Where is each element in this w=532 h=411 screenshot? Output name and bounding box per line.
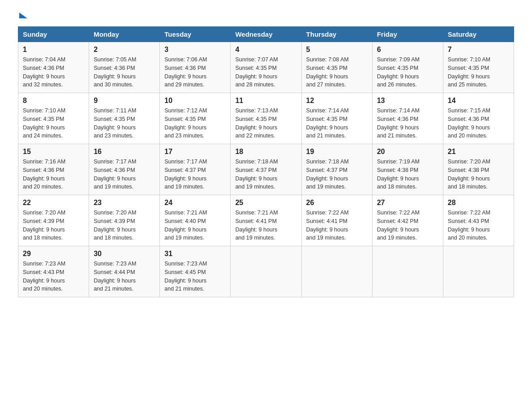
day-number: 10: [164, 97, 226, 105]
day-number: 26: [306, 199, 368, 207]
calendar-cell: 5 Sunrise: 7:08 AMSunset: 4:35 PMDayligh…: [301, 42, 372, 93]
day-info: Sunrise: 7:22 AMSunset: 4:42 PMDaylight:…: [377, 210, 420, 241]
calendar-cell: 9 Sunrise: 7:11 AMSunset: 4:35 PMDayligh…: [89, 93, 160, 144]
calendar-cell: 16 Sunrise: 7:17 AMSunset: 4:36 PMDaylig…: [89, 144, 160, 195]
calendar-cell: 13 Sunrise: 7:14 AMSunset: 4:36 PMDaylig…: [372, 93, 443, 144]
calendar-cell: [231, 246, 301, 297]
calendar-cell: 15 Sunrise: 7:16 AMSunset: 4:36 PMDaylig…: [18, 144, 89, 195]
day-number: 27: [377, 199, 438, 207]
day-number: 1: [23, 46, 84, 54]
calendar-week-row: 1 Sunrise: 7:04 AMSunset: 4:36 PMDayligh…: [18, 42, 514, 93]
day-number: 12: [306, 97, 368, 105]
calendar-cell: 8 Sunrise: 7:10 AMSunset: 4:35 PMDayligh…: [18, 93, 89, 144]
day-number: 30: [94, 250, 155, 258]
day-number: 9: [94, 97, 155, 105]
day-info: Sunrise: 7:07 AMSunset: 4:35 PMDaylight:…: [235, 56, 278, 88]
calendar-cell: 17 Sunrise: 7:17 AMSunset: 4:37 PMDaylig…: [160, 144, 231, 195]
calendar-cell: 6 Sunrise: 7:09 AMSunset: 4:35 PMDayligh…: [372, 42, 443, 93]
calendar-cell: 26 Sunrise: 7:22 AMSunset: 4:41 PMDaylig…: [301, 195, 372, 246]
col-header-saturday: Saturday: [443, 27, 514, 42]
col-header-wednesday: Wednesday: [231, 27, 301, 42]
calendar-cell: 14 Sunrise: 7:15 AMSunset: 4:36 PMDaylig…: [443, 93, 514, 144]
calendar-table: SundayMondayTuesdayWednesdayThursdayFrid…: [18, 26, 514, 297]
day-number: 22: [23, 199, 84, 207]
day-number: 28: [448, 199, 509, 207]
day-number: 21: [448, 148, 509, 156]
day-info: Sunrise: 7:20 AMSunset: 4:38 PMDaylight:…: [448, 158, 490, 190]
calendar-cell: 23 Sunrise: 7:20 AMSunset: 4:39 PMDaylig…: [89, 195, 160, 246]
day-info: Sunrise: 7:14 AMSunset: 4:36 PMDaylight:…: [377, 107, 420, 139]
day-number: 18: [235, 148, 296, 156]
calendar-cell: 21 Sunrise: 7:20 AMSunset: 4:38 PMDaylig…: [443, 144, 514, 195]
day-info: Sunrise: 7:16 AMSunset: 4:36 PMDaylight:…: [23, 158, 65, 190]
day-number: 23: [94, 199, 155, 207]
calendar-header-row: SundayMondayTuesdayWednesdayThursdayFrid…: [18, 27, 514, 42]
day-number: 15: [23, 148, 84, 156]
day-info: Sunrise: 7:22 AMSunset: 4:41 PMDaylight:…: [306, 210, 349, 241]
day-info: Sunrise: 7:20 AMSunset: 4:39 PMDaylight:…: [23, 210, 65, 241]
day-info: Sunrise: 7:23 AMSunset: 4:45 PMDaylight:…: [164, 261, 207, 292]
day-number: 8: [23, 97, 84, 105]
calendar-cell: 12 Sunrise: 7:14 AMSunset: 4:35 PMDaylig…: [301, 93, 372, 144]
calendar-week-row: 29 Sunrise: 7:23 AMSunset: 4:43 PMDaylig…: [18, 246, 514, 297]
day-number: 29: [23, 250, 84, 258]
day-info: Sunrise: 7:23 AMSunset: 4:43 PMDaylight:…: [23, 261, 65, 292]
day-info: Sunrise: 7:09 AMSunset: 4:35 PMDaylight:…: [377, 56, 420, 88]
calendar-cell: [443, 246, 514, 297]
day-info: Sunrise: 7:20 AMSunset: 4:39 PMDaylight:…: [94, 210, 136, 241]
day-number: 6: [377, 46, 438, 54]
calendar-week-row: 22 Sunrise: 7:20 AMSunset: 4:39 PMDaylig…: [18, 195, 514, 246]
day-number: 14: [448, 97, 509, 105]
calendar-cell: 19 Sunrise: 7:18 AMSunset: 4:37 PMDaylig…: [301, 144, 372, 195]
calendar-cell: 20 Sunrise: 7:19 AMSunset: 4:38 PMDaylig…: [372, 144, 443, 195]
calendar-cell: 30 Sunrise: 7:23 AMSunset: 4:44 PMDaylig…: [89, 246, 160, 297]
day-number: 13: [377, 97, 438, 105]
calendar-cell: 31 Sunrise: 7:23 AMSunset: 4:45 PMDaylig…: [160, 246, 231, 297]
day-info: Sunrise: 7:21 AMSunset: 4:41 PMDaylight:…: [235, 210, 278, 241]
calendar-cell: 25 Sunrise: 7:21 AMSunset: 4:41 PMDaylig…: [231, 195, 301, 246]
calendar-cell: 29 Sunrise: 7:23 AMSunset: 4:43 PMDaylig…: [18, 246, 89, 297]
day-info: Sunrise: 7:22 AMSunset: 4:43 PMDaylight:…: [448, 210, 490, 241]
day-info: Sunrise: 7:10 AMSunset: 4:35 PMDaylight:…: [448, 56, 490, 88]
calendar-cell: 10 Sunrise: 7:12 AMSunset: 4:35 PMDaylig…: [160, 93, 231, 144]
day-info: Sunrise: 7:10 AMSunset: 4:35 PMDaylight:…: [23, 107, 65, 139]
day-number: 7: [448, 46, 509, 54]
day-info: Sunrise: 7:04 AMSunset: 4:36 PMDaylight:…: [23, 56, 65, 88]
day-number: 2: [94, 46, 155, 54]
col-header-thursday: Thursday: [301, 27, 372, 42]
day-number: 16: [94, 148, 155, 156]
day-info: Sunrise: 7:12 AMSunset: 4:35 PMDaylight:…: [164, 107, 207, 139]
day-info: Sunrise: 7:19 AMSunset: 4:38 PMDaylight:…: [377, 158, 420, 190]
day-number: 19: [306, 148, 368, 156]
calendar-cell: 18 Sunrise: 7:18 AMSunset: 4:37 PMDaylig…: [231, 144, 301, 195]
calendar-week-row: 8 Sunrise: 7:10 AMSunset: 4:35 PMDayligh…: [18, 93, 514, 144]
day-info: Sunrise: 7:08 AMSunset: 4:35 PMDaylight:…: [306, 56, 349, 88]
calendar-cell: [301, 246, 372, 297]
calendar-cell: [372, 246, 443, 297]
day-info: Sunrise: 7:15 AMSunset: 4:36 PMDaylight:…: [448, 107, 490, 139]
calendar-cell: 28 Sunrise: 7:22 AMSunset: 4:43 PMDaylig…: [443, 195, 514, 246]
day-info: Sunrise: 7:05 AMSunset: 4:36 PMDaylight:…: [94, 56, 136, 88]
calendar-cell: 4 Sunrise: 7:07 AMSunset: 4:35 PMDayligh…: [231, 42, 301, 93]
day-info: Sunrise: 7:18 AMSunset: 4:37 PMDaylight:…: [235, 158, 278, 190]
day-number: 31: [164, 250, 226, 258]
day-number: 5: [306, 46, 368, 54]
page-header: [18, 13, 514, 17]
col-header-monday: Monday: [89, 27, 160, 42]
day-info: Sunrise: 7:14 AMSunset: 4:35 PMDaylight:…: [306, 107, 349, 139]
day-number: 4: [235, 46, 296, 54]
calendar-cell: 24 Sunrise: 7:21 AMSunset: 4:40 PMDaylig…: [160, 195, 231, 246]
calendar-cell: 27 Sunrise: 7:22 AMSunset: 4:42 PMDaylig…: [372, 195, 443, 246]
day-info: Sunrise: 7:11 AMSunset: 4:35 PMDaylight:…: [94, 107, 136, 139]
day-number: 20: [377, 148, 438, 156]
day-info: Sunrise: 7:23 AMSunset: 4:44 PMDaylight:…: [94, 261, 136, 292]
calendar-cell: 7 Sunrise: 7:10 AMSunset: 4:35 PMDayligh…: [443, 42, 514, 93]
col-header-friday: Friday: [372, 27, 443, 42]
logo-triangle-icon: [19, 13, 27, 18]
day-info: Sunrise: 7:13 AMSunset: 4:35 PMDaylight:…: [235, 107, 278, 139]
calendar-cell: 11 Sunrise: 7:13 AMSunset: 4:35 PMDaylig…: [231, 93, 301, 144]
day-info: Sunrise: 7:17 AMSunset: 4:36 PMDaylight:…: [94, 158, 136, 190]
day-number: 3: [164, 46, 226, 54]
calendar-cell: 1 Sunrise: 7:04 AMSunset: 4:36 PMDayligh…: [18, 42, 89, 93]
day-number: 17: [164, 148, 226, 156]
